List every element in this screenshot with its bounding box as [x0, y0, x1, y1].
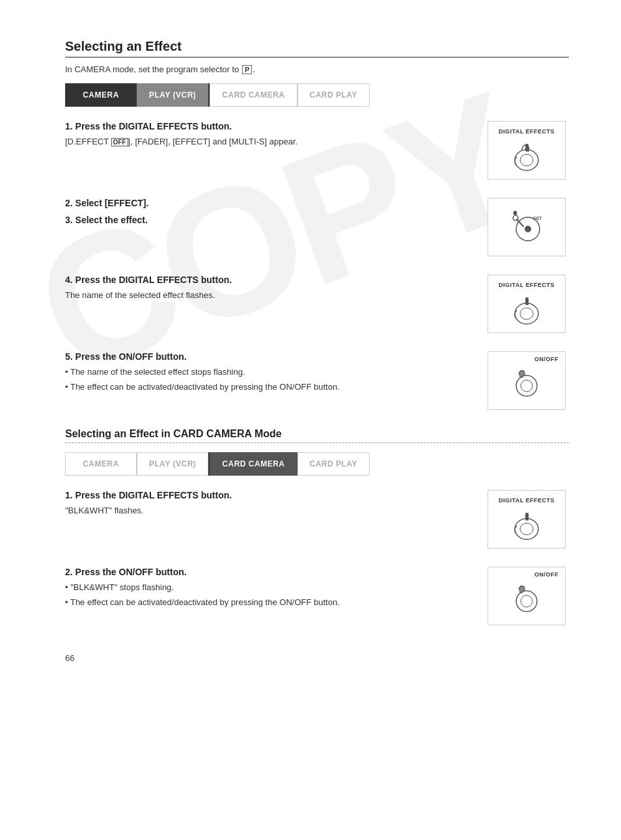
tab-camera-s2[interactable]: CAMERA	[65, 452, 137, 476]
digital-effects-svg-3	[507, 506, 546, 542]
s2-step2-title: 2. Press the ON/OFF button.	[65, 567, 471, 577]
digital-effects-icon-box-1: DIGITAL EFFECTS	[488, 121, 566, 180]
tab-play-s2[interactable]: PLAY (VCR)	[137, 452, 208, 476]
step5-icon: ON/OFF	[484, 351, 569, 410]
page-number: 66	[65, 653, 74, 663]
s2-step1-body: "BLK&WHT" flashes.	[65, 504, 471, 517]
digital-effects-label-3: DIGITAL EFFECTS	[499, 497, 555, 504]
step1-icon: DIGITAL EFFECTS	[484, 121, 569, 180]
step23-icon: SET	[484, 198, 569, 256]
svg-point-13	[515, 519, 538, 539]
step5-row: 5. Press the ON/OFF button. The name of …	[65, 351, 569, 410]
step3-title: 3. Select the effect.	[65, 215, 471, 225]
digital-effects-icon-box-2: DIGITAL EFFECTS	[488, 275, 566, 333]
digital-effects-label-1: DIGITAL EFFECTS	[499, 128, 555, 135]
svg-text:SET: SET	[533, 216, 542, 221]
svg-rect-9	[525, 297, 529, 305]
svg-rect-2	[525, 144, 529, 152]
step1-body: [D.EFFECT OFF], [FADER], [EFFECT] and [M…	[65, 135, 471, 148]
intro-text: In CAMERA mode, set the program selector…	[65, 64, 569, 74]
step4-body: The name of the selected effect flashes.	[65, 289, 471, 302]
svg-point-4	[525, 226, 531, 232]
step4-title: 4. Press the DIGITAL EFFECTS button.	[65, 275, 471, 285]
step1-title: 1. Press the DIGITAL EFFECTS button.	[65, 121, 471, 131]
onoff-svg-1	[507, 366, 546, 402]
digital-effects-label-2: DIGITAL EFFECTS	[499, 282, 555, 288]
svg-point-6	[513, 215, 518, 221]
svg-point-16	[516, 591, 537, 612]
svg-point-10	[516, 375, 537, 396]
s2-step1-title: 1. Press the DIGITAL EFFECTS button.	[65, 490, 471, 500]
onoff-svg-2	[507, 582, 546, 617]
mode-tabs-section2: CAMERA PLAY (VCR) CARD CAMERA CARD PLAY	[65, 452, 569, 476]
onoff-icon-box-1: ON/OFF	[488, 351, 566, 410]
tab-card-play-s2[interactable]: CARD PLAY	[297, 452, 370, 476]
s2-step2-body: "BLK&WHT" stops flashing. The effect can…	[65, 581, 471, 608]
selector-icon-box: SET	[488, 198, 566, 256]
step23-row: 2. Select [EFFECT]. 3. Select the effect…	[65, 198, 569, 256]
digital-effects-svg-1	[507, 137, 546, 173]
step1-text: 1. Press the DIGITAL EFFECTS button. [D.…	[65, 121, 484, 148]
mode-tabs-section1: CAMERA PLAY (VCR) CARD CAMERA CARD PLAY	[65, 83, 569, 107]
tab-card-camera-s2[interactable]: CARD CAMERA	[210, 452, 297, 476]
onoff-label-1: ON/OFF	[534, 356, 559, 362]
s2-step2-text: 2. Press the ON/OFF button. "BLK&WHT" st…	[65, 567, 484, 610]
svg-point-12	[519, 370, 524, 378]
onoff-label-2: ON/OFF	[534, 571, 559, 578]
tab-camera-s1[interactable]: CAMERA	[65, 83, 137, 107]
svg-point-0	[515, 150, 538, 170]
s2-step1-text: 1. Press the DIGITAL EFFECTS button. "BL…	[65, 490, 484, 517]
svg-point-14	[520, 523, 533, 535]
step4-text: 4. Press the DIGITAL EFFECTS button. The…	[65, 275, 484, 302]
section2-title: Selecting an Effect in CARD CAMERA Mode	[65, 428, 569, 443]
onoff-icon-box-2: ON/OFF	[488, 567, 566, 625]
tab-card-camera-s1[interactable]: CARD CAMERA	[210, 83, 297, 107]
section1-title: Selecting an Effect	[65, 39, 569, 58]
selector-svg: SET	[507, 210, 546, 245]
step23-text: 2. Select [EFFECT]. 3. Select the effect…	[65, 198, 484, 229]
svg-point-11	[521, 380, 532, 392]
tab-card-play-s1[interactable]: CARD PLAY	[297, 83, 370, 107]
digital-effects-icon-box-3: DIGITAL EFFECTS	[488, 490, 566, 549]
s2-step1-icon: DIGITAL EFFECTS	[484, 490, 569, 549]
digital-effects-svg-2	[507, 291, 546, 327]
svg-point-7	[515, 303, 538, 324]
step4-row: 4. Press the DIGITAL EFFECTS button. The…	[65, 275, 569, 333]
s2-step1-row: 1. Press the DIGITAL EFFECTS button. "BL…	[65, 490, 569, 549]
step1-row: 1. Press the DIGITAL EFFECTS button. [D.…	[65, 121, 569, 180]
s2-step2-row: 2. Press the ON/OFF button. "BLK&WHT" st…	[65, 567, 569, 625]
step5-title: 5. Press the ON/OFF button.	[65, 351, 471, 362]
program-icon: P	[242, 65, 252, 74]
svg-point-8	[520, 308, 533, 319]
s2-step2-icon: ON/OFF	[484, 567, 569, 625]
step5-body: The name of the selected effect stops fl…	[65, 366, 471, 393]
svg-point-1	[520, 154, 533, 166]
svg-rect-15	[525, 513, 529, 521]
step2-title: 2. Select [EFFECT].	[65, 198, 471, 208]
step5-text: 5. Press the ON/OFF button. The name of …	[65, 351, 484, 395]
tab-play-s1[interactable]: PLAY (VCR)	[137, 83, 208, 107]
step4-icon: DIGITAL EFFECTS	[484, 275, 569, 333]
svg-point-17	[521, 595, 532, 607]
